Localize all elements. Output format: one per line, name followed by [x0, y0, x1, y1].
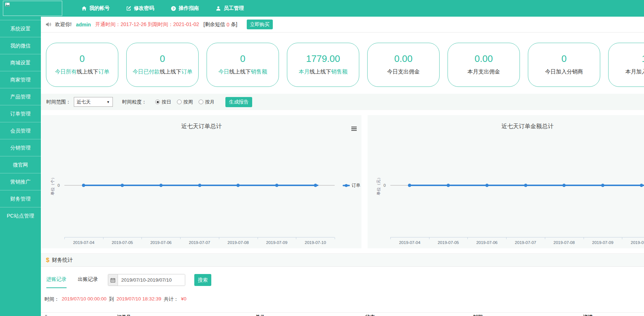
stat-card-label-part: 销售额 — [331, 68, 348, 75]
stat-card-6: 0.00本月支出佣金 — [448, 43, 520, 87]
stat-card-value: 0 — [207, 53, 279, 64]
stat-card-label: 本月加入分销商 — [609, 68, 644, 75]
y-axis-tick: 0 — [384, 183, 386, 188]
sidebar-item-5[interactable]: 产品管理 — [0, 88, 41, 105]
stat-card-label-part: 线上线下 — [77, 68, 98, 75]
welcome-bar: 欢迎你! admin 开通时间：2017-12-26 到期时间：2021-01-… — [41, 17, 644, 33]
radio-label: 按日 — [162, 99, 171, 105]
sidebar-item-12[interactable]: PC站点管理 — [0, 207, 41, 224]
sidebar-item-1[interactable]: 系统设置 — [0, 20, 41, 37]
stat-card-label: 本月线上线下销售额 — [287, 68, 359, 75]
stat-card-label-part: 今日加入分销商 — [545, 68, 583, 75]
x-axis-date-label: 2019-07-04 — [73, 240, 94, 245]
sidebar-item-11[interactable]: 财务管理 — [0, 190, 41, 207]
granularity-radio-1[interactable]: 按日 — [155, 99, 171, 105]
stat-card-label-part: 销售额 — [251, 68, 267, 75]
table-column-header: 单价 — [255, 314, 265, 316]
stat-card-label-part: 订单 — [98, 68, 109, 75]
chart-panel-2: 近七天订单金额总计单位（元）02019-07-042019-07-052019-… — [368, 115, 644, 248]
account-period: 开通时间：2017-12-26 到期时间：2021-01-02 — [95, 21, 199, 28]
radio-circle-icon — [177, 100, 182, 104]
help-icon: ? — [171, 6, 176, 11]
stat-card-4: 1779.00本月线上线下销售额 — [287, 43, 359, 87]
nav-item-label: 修改密码 — [134, 5, 154, 12]
stat-card-label-part: 本月加入分销商 — [626, 68, 644, 75]
stat-card-value: 0 — [127, 53, 198, 64]
chart-legend[interactable]: 订单 — [343, 182, 360, 189]
summary-to-label: 到 — [109, 296, 114, 303]
x-axis-tick — [584, 237, 584, 239]
buy-now-button[interactable]: 立即购买 — [247, 20, 273, 29]
table-column-header: 订单号 — [117, 314, 131, 316]
tab-incoming-records[interactable]: 进账记录 — [46, 276, 67, 288]
nav-item-home[interactable]: 我的帐号 — [81, 5, 110, 12]
sidebar-item-2[interactable]: 我的微信 — [0, 37, 41, 54]
radio-circle-icon — [199, 100, 203, 104]
sidebar-item-9[interactable]: 微官网 — [0, 156, 41, 173]
sidebar-item-4[interactable]: 商家管理 — [0, 71, 41, 88]
generate-report-button[interactable]: 生成报告 — [225, 97, 252, 107]
data-point — [159, 184, 162, 187]
summary-end-time: 2019/07/10 18:32:39 — [116, 296, 161, 303]
table-column-header: 时间 — [473, 314, 483, 316]
sms-remaining-count: 0 — [226, 22, 229, 28]
filter-bar: 时间范围： 近七天 ▼ 时间粒度： 按日按周按月 生成报告 — [41, 94, 644, 110]
sidebar-item-6[interactable]: 订单管理 — [0, 105, 41, 122]
sidebar: 系统设置我的微信商城设置商家管理产品管理订单管理会员管理分销管理微官网营销推广财… — [0, 17, 41, 316]
x-axis-date-label: 2019-07-08 — [228, 240, 249, 245]
y-axis-unit-label: 单位（个） — [50, 176, 55, 195]
stat-card-7: 0今日加入分销商 — [528, 43, 600, 87]
time-range-selected-value: 近七天 — [77, 99, 91, 105]
sms-remaining-suffix: 条] — [231, 21, 237, 28]
sidebar-item-10[interactable]: 营销推广 — [0, 173, 41, 190]
charts-row: 近七天订单总计单位（个）02019-07-042019-07-052019-07… — [41, 115, 644, 248]
broken-image-icon — [5, 3, 10, 7]
stat-card-label-part: 线上线下 — [310, 68, 331, 75]
sidebar-item-8[interactable]: 分销管理 — [0, 139, 41, 156]
sidebar-item-3[interactable]: 商城设置 — [0, 54, 41, 71]
stat-card-label: 今日加入分销商 — [528, 68, 600, 75]
time-range-select[interactable]: 近七天 ▼ — [74, 97, 113, 107]
data-point — [640, 184, 643, 187]
user-icon — [216, 6, 221, 11]
home-icon — [81, 6, 87, 11]
nav-item-user[interactable]: 员工管理 — [216, 5, 244, 12]
nav-item-help[interactable]: ?操作指南 — [171, 5, 199, 12]
nav-item-edit[interactable]: 修改密码 — [126, 5, 154, 12]
stat-card-label-part: 今日所有 — [55, 68, 77, 75]
data-point — [408, 184, 411, 187]
date-range-input[interactable] — [118, 274, 185, 286]
data-point — [447, 184, 450, 187]
table-column-header: # — [45, 314, 47, 316]
nav-item-label: 我的帐号 — [89, 5, 110, 12]
chart-menu-icon[interactable] — [351, 126, 357, 132]
summary-start-time: 2019/07/10 00:00:00 — [62, 296, 107, 303]
radio-circle-icon — [155, 100, 160, 104]
stat-card-2: 0今日已付款线上线下订单 — [126, 43, 199, 87]
stat-cards-row: 0今日所有线上线下订单0今日已付款线上线下订单0今日线上线下销售额1779.00… — [41, 43, 644, 88]
summary-total-value: ¥0 — [181, 296, 186, 303]
dollar-icon: $ — [46, 257, 49, 264]
y-axis-unit-label: 单位（元） — [376, 176, 381, 195]
data-point — [314, 184, 317, 187]
data-point — [275, 184, 278, 187]
search-button[interactable]: 搜索 — [194, 274, 211, 286]
y-axis-tick: 0 — [58, 183, 60, 188]
stat-card-label: 今日线上线下销售额 — [207, 68, 279, 75]
x-axis-date-label: 2019-07-06 — [476, 240, 497, 245]
stat-card-value: 0 — [46, 53, 118, 64]
x-axis-tick — [429, 237, 429, 239]
x-axis-date-label: 2019-07-10 — [305, 240, 326, 245]
data-point — [198, 184, 201, 187]
stat-card-label-part: 今日已付款 — [133, 68, 160, 75]
stat-card-label-part: 订单 — [182, 68, 192, 75]
x-axis-tick — [622, 237, 622, 239]
sidebar-item-7[interactable]: 会员管理 — [0, 122, 41, 139]
stat-card-label-part: 本月 — [299, 68, 310, 75]
stat-card-value: 1779.00 — [287, 53, 359, 64]
calendar-icon[interactable] — [108, 274, 118, 286]
granularity-radio-3[interactable]: 按月 — [199, 99, 215, 105]
tab-outgoing-records[interactable]: 出账记录 — [78, 276, 98, 287]
logo-box — [3, 1, 62, 16]
granularity-radio-2[interactable]: 按周 — [177, 99, 193, 105]
